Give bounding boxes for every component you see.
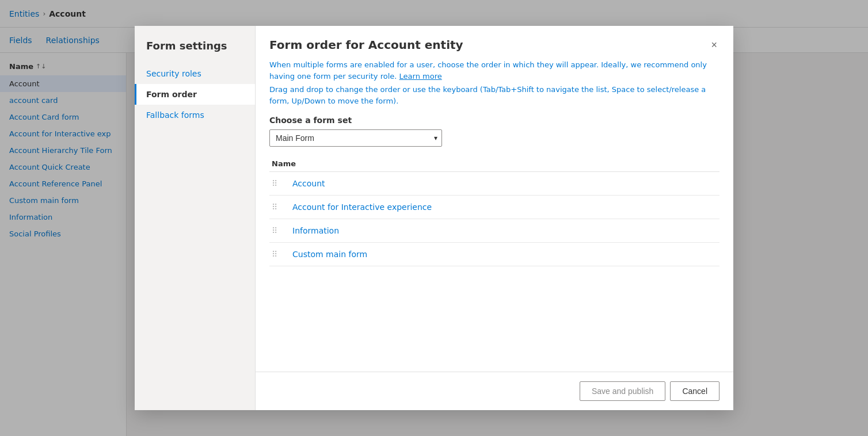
modal-left-panel: Form settings Security roles Form order … xyxy=(135,26,256,410)
modal-overlay: Form settings Security roles Form order … xyxy=(0,0,868,436)
table-row: ⠿ Account xyxy=(269,172,719,196)
form-set-select[interactable]: Main Form Quick Create Card xyxy=(269,129,442,147)
save-publish-button[interactable]: Save and publish xyxy=(580,381,665,401)
modal-nav-form-order[interactable]: Form order xyxy=(135,84,255,105)
form-name-cell[interactable]: Custom main form xyxy=(290,243,719,266)
form-name-cell[interactable]: Information xyxy=(290,219,719,243)
table-row: ⠿ Account for Interactive experience xyxy=(269,196,719,219)
modal-footer: Save and publish Cancel xyxy=(256,372,733,410)
desc-text-1: When multiple forms are enabled for a us… xyxy=(269,60,707,81)
form-set-select-wrapper: Main Form Quick Create Card ▾ xyxy=(269,129,442,147)
forms-table: Name ⠿ Account ⠿ Account for Interactive… xyxy=(269,156,719,266)
table-header-name: Name xyxy=(269,156,719,172)
modal-right-panel: Form order for Account entity × When mul… xyxy=(256,26,733,410)
modal-title: Form order for Account entity xyxy=(269,38,463,52)
drag-handle-icon[interactable]: ⠿ xyxy=(272,179,282,188)
form-set-label: Choose a form set xyxy=(269,116,719,125)
modal-left-title: Form settings xyxy=(135,40,255,63)
table-row: ⠿ Information xyxy=(269,219,719,243)
form-name-cell[interactable]: Account xyxy=(290,172,719,196)
cancel-button[interactable]: Cancel xyxy=(670,381,719,401)
table-row: ⠿ Custom main form xyxy=(269,243,719,266)
learn-more-link[interactable]: Learn more xyxy=(399,72,442,81)
description-line2: Drag and drop to change the order or use… xyxy=(269,84,719,106)
modal-nav-security-roles[interactable]: Security roles xyxy=(135,63,255,84)
drag-handle-icon[interactable]: ⠿ xyxy=(272,250,282,259)
modal-nav-fallback-forms[interactable]: Fallback forms xyxy=(135,105,255,125)
modal-dialog: Form settings Security roles Form order … xyxy=(135,26,733,410)
modal-close-button[interactable]: × xyxy=(709,37,719,52)
description-line1: When multiple forms are enabled for a us… xyxy=(269,59,719,82)
form-name-cell[interactable]: Account for Interactive experience xyxy=(290,196,719,219)
desc-text-2: Drag and drop to change the order or use… xyxy=(269,85,706,105)
drag-handle-icon[interactable]: ⠿ xyxy=(272,202,282,212)
modal-header: Form order for Account entity × xyxy=(256,26,733,59)
drag-handle-icon[interactable]: ⠿ xyxy=(272,226,282,235)
modal-body: When multiple forms are enabled for a us… xyxy=(256,59,733,372)
